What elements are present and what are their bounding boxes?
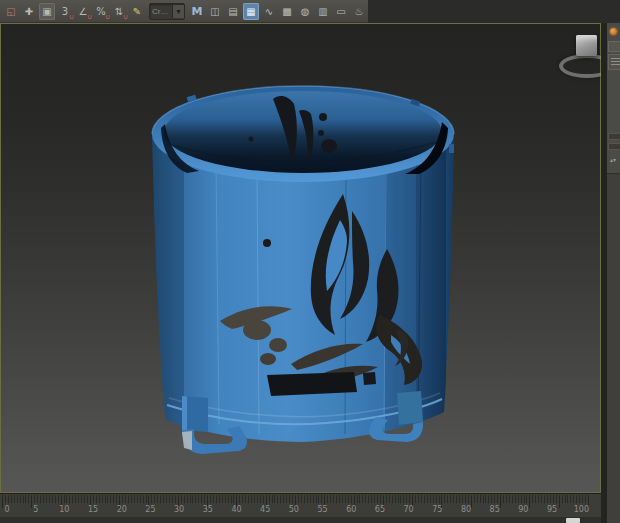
panel-lower-area: [607, 173, 620, 523]
frame-tick-label: 5: [29, 505, 43, 514]
mirror-icon: M: [189, 3, 205, 20]
base-slot-small: [363, 372, 376, 385]
dropdown-arrow-icon[interactable]: ▾: [172, 5, 184, 18]
frame-tick-label: 80: [459, 505, 473, 514]
rendered-frame-button[interactable]: ▭: [333, 3, 349, 20]
frame-tick-label: 0: [0, 505, 14, 514]
edit-named-selection-sets-button[interactable]: ✎: [129, 3, 145, 20]
panel-button-list[interactable]: [608, 54, 620, 70]
frame-tick-label: 70: [402, 505, 416, 514]
use-selection-center-button[interactable]: ▣: [39, 3, 55, 20]
angle-snap-button[interactable]: ∠ ∪: [75, 3, 91, 20]
frame-tick-label: 100: [574, 505, 588, 514]
panel-button-top[interactable]: [608, 41, 620, 52]
select-and-move-button[interactable]: ✚: [21, 3, 37, 20]
toolbar-group-right: M ◫ ▤ ▦: [188, 3, 368, 20]
render-production-button[interactable]: ♨: [351, 3, 367, 20]
status-indicator-dot: [610, 28, 617, 35]
base-slot: [267, 372, 357, 396]
named-selection-sets-value: Create Selection Set: [150, 7, 172, 16]
pencil-icon: ✎: [129, 3, 145, 20]
select-and-link-button[interactable]: ◱: [3, 3, 19, 20]
magnet-icon: ∪: [69, 14, 74, 21]
mirror-button[interactable]: M: [189, 3, 205, 20]
status-strip: [0, 517, 601, 523]
time-slider-chip[interactable]: [566, 518, 580, 523]
percent-snap-button[interactable]: % ∪: [93, 3, 109, 20]
frame-tick-label: 65: [373, 505, 387, 514]
magnet-icon: ∪: [123, 14, 128, 21]
panel-field[interactable]: [608, 143, 620, 150]
selection-center-icon: ▣: [39, 3, 55, 20]
timeline-labels: 0 5 10 15 20 25 30 35 40 45 50 55: [0, 505, 588, 514]
material-sphere-icon: ◍: [297, 3, 313, 20]
frame-tick-label: 90: [516, 505, 530, 514]
panel-field[interactable]: [608, 133, 620, 140]
align-button[interactable]: ◫: [207, 3, 223, 20]
frame-tick-label: 30: [172, 505, 186, 514]
frame-tick-label: 45: [258, 505, 272, 514]
frame-tick-label: 55: [316, 505, 330, 514]
frame-tick-label: 75: [430, 505, 444, 514]
3ds-max-window: ◱ ✚ ▣ 3 ∪: [0, 0, 620, 523]
panel-spinner-widget[interactable]: ▴▾: [608, 133, 620, 167]
spinner-arrows-icon[interactable]: ▴▾: [610, 157, 616, 163]
main-toolbar: ◱ ✚ ▣ 3 ∪: [0, 0, 620, 23]
spinner-snap-button[interactable]: ⇅ ∪: [111, 3, 127, 20]
frame-tick-label: 40: [230, 505, 244, 514]
move-cross-icon: ✚: [21, 3, 37, 20]
curve-editor-button[interactable]: ∿: [261, 3, 277, 20]
command-panel-strip: ▴▾: [607, 23, 620, 523]
render-teapot-icon: ♨: [351, 3, 367, 20]
magnet-icon: ∪: [105, 14, 110, 21]
frame-tick-label: 60: [344, 505, 358, 514]
candle-holder-model[interactable]: [1, 24, 600, 492]
layer-explorer-icon: ▦: [243, 3, 259, 20]
rendered-frame-icon: ▭: [333, 3, 349, 20]
select-and-link-icon: ◱: [3, 3, 19, 20]
schematic-view-button[interactable]: ▩: [279, 3, 295, 20]
rim-notch: [449, 144, 454, 153]
magnet-icon: ∪: [87, 14, 92, 21]
material-editor-button[interactable]: ◍: [297, 3, 313, 20]
frame-tick-label: 85: [488, 505, 502, 514]
layers-icon: ▤: [225, 3, 241, 20]
frame-tick-label: 50: [287, 505, 301, 514]
render-setup-icon: ▥: [315, 3, 331, 20]
frame-tick-label: 20: [115, 505, 129, 514]
frame-tick-label: 25: [143, 505, 157, 514]
align-icon: ◫: [207, 3, 223, 20]
frame-tick-label: 35: [201, 505, 215, 514]
track-bar[interactable]: 0 5 10 15 20 25 30 35 40 45 50 55: [0, 493, 601, 518]
inner-cavity: [164, 91, 442, 173]
manage-layers-button[interactable]: ▤: [225, 3, 241, 20]
frame-tick-label: 10: [57, 505, 71, 514]
frame-tick-label: 95: [545, 505, 559, 514]
viewcube-cube-icon[interactable]: [576, 35, 597, 56]
render-setup-button[interactable]: ▥: [315, 3, 331, 20]
frame-tick-label: 15: [86, 505, 100, 514]
named-selection-sets-field[interactable]: Create Selection Set ▾: [149, 3, 185, 20]
schematic-view-icon: ▩: [279, 3, 295, 20]
toolbar-group-left: ◱ ✚ ▣ 3 ∪: [2, 3, 146, 20]
layer-explorer-button[interactable]: ▦: [243, 3, 259, 20]
curve-editor-icon: ∿: [261, 3, 277, 20]
perspective-viewport[interactable]: [0, 23, 601, 493]
snap-toggle-3d-button[interactable]: 3 ∪: [57, 3, 73, 20]
toolbar-buttons: ◱ ✚ ▣ 3 ∪: [0, 0, 368, 23]
